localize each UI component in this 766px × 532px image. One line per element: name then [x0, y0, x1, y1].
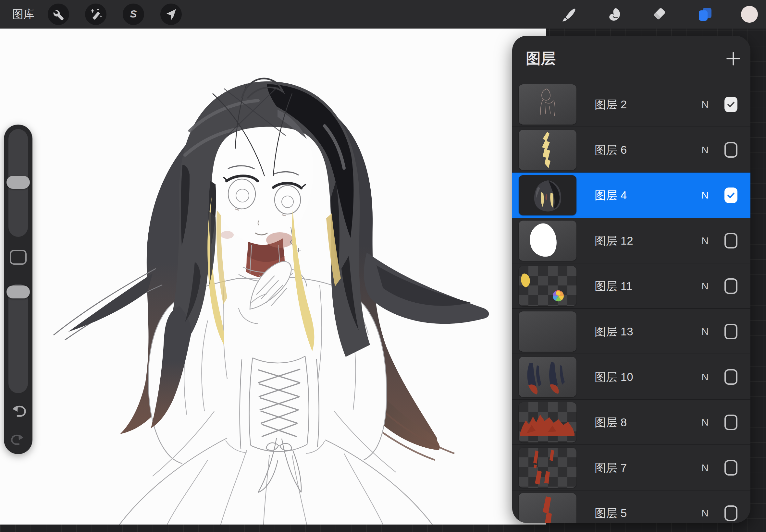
actions-button[interactable] [48, 4, 69, 25]
add-layer-button[interactable] [724, 50, 742, 67]
brush-icon[interactable] [561, 6, 577, 22]
layer-thumbnail[interactable] [519, 311, 577, 352]
layer-row[interactable]: 图层 13 N [512, 309, 750, 354]
magic-wand-icon [88, 6, 103, 22]
layers-panel-title: 图层 [526, 36, 556, 82]
layer-thumbnail[interactable] [519, 221, 577, 261]
layer-name: 图层 7 [595, 445, 627, 490]
redo-icon[interactable] [10, 431, 26, 447]
blend-mode-button[interactable]: N [694, 445, 716, 490]
visibility-checkbox[interactable] [724, 278, 737, 294]
blend-mode-button[interactable]: N [694, 127, 716, 173]
blend-mode-button[interactable]: N [694, 309, 716, 354]
layers-panel-header: 图层 [512, 36, 750, 82]
color-swatch[interactable] [741, 6, 758, 23]
visibility-checkbox[interactable] [724, 187, 737, 203]
layer-row[interactable]: 图层 10 N [512, 354, 750, 400]
layer-row[interactable]: 图层 8 N [512, 400, 750, 445]
adjustments-button[interactable] [85, 4, 106, 25]
visibility-checkbox[interactable] [724, 97, 737, 112]
blend-mode-button[interactable]: N [694, 490, 716, 523]
layer-name: 图层 13 [595, 309, 633, 354]
layer-name: 图层 8 [595, 400, 627, 445]
layer-row[interactable]: 图层 5 N [512, 490, 750, 523]
eraser-icon[interactable] [651, 6, 667, 22]
layer-thumbnail[interactable] [519, 448, 577, 488]
layer-thumbnail[interactable] [519, 266, 577, 306]
top-toolbar: 图库 S [0, 0, 766, 29]
wrench-icon [51, 6, 66, 22]
layer-name: 图层 2 [595, 82, 627, 127]
layer-thumbnail[interactable] [519, 493, 577, 523]
visibility-checkbox[interactable] [724, 142, 737, 158]
layer-thumbnail[interactable] [519, 357, 577, 397]
svg-text:S: S [130, 8, 137, 20]
canvas-artwork [0, 29, 546, 525]
visibility-checkbox[interactable] [724, 415, 737, 430]
layer-name: 图层 12 [595, 218, 633, 263]
layer-name: 图层 10 [595, 354, 633, 400]
opacity-slider[interactable] [8, 284, 28, 393]
layer-thumbnail[interactable] [519, 130, 577, 170]
blend-mode-button[interactable]: N [694, 82, 716, 127]
smudge-finger-icon[interactable] [606, 6, 622, 22]
gallery-button[interactable]: 图库 [12, 0, 34, 29]
blend-mode-button[interactable]: N [694, 354, 716, 400]
modify-button[interactable] [10, 250, 27, 265]
visibility-checkbox[interactable] [724, 460, 737, 476]
blend-mode-button[interactable]: N [694, 263, 716, 309]
transform-arrow-icon [163, 6, 179, 22]
drawing-canvas[interactable] [0, 29, 546, 525]
undo-icon[interactable] [10, 402, 27, 419]
visibility-checkbox[interactable] [724, 369, 737, 385]
blend-mode-button[interactable]: N [694, 218, 716, 263]
check-icon [726, 190, 736, 200]
brush-size-slider[interactable] [8, 129, 28, 237]
visibility-checkbox[interactable] [724, 505, 737, 521]
layer-list: 图层 2 N 图层 6 N 图层 4 N 图层 12 N [512, 82, 750, 523]
layer-row[interactable]: 图层 7 N [512, 445, 750, 490]
side-toolbar [4, 125, 32, 454]
selection-s-icon: S [126, 6, 141, 22]
transform-button[interactable] [160, 4, 182, 25]
layer-name: 图层 5 [595, 490, 627, 523]
layer-name: 图层 4 [595, 173, 627, 218]
layers-icon[interactable] [697, 6, 713, 22]
check-icon [726, 100, 736, 109]
layer-row[interactable]: 图层 6 N [512, 127, 750, 173]
selection-button[interactable]: S [123, 4, 144, 25]
layer-name: 图层 6 [595, 127, 627, 173]
brush-size-handle[interactable] [6, 176, 30, 189]
layer-row[interactable]: 图层 12 N [512, 218, 750, 263]
layer-thumbnail[interactable] [519, 402, 577, 442]
blend-mode-button[interactable]: N [694, 173, 716, 218]
layer-name: 图层 11 [595, 263, 632, 309]
layer-thumbnail[interactable] [519, 84, 577, 125]
layer-row[interactable]: 图层 4 N [512, 173, 750, 218]
opacity-handle[interactable] [6, 285, 30, 298]
visibility-checkbox[interactable] [724, 324, 737, 339]
visibility-checkbox[interactable] [724, 233, 737, 248]
layers-panel: 图层 图层 2 N 图层 6 N 图层 4 N [512, 36, 750, 523]
layer-row[interactable]: 图层 11 N [512, 263, 750, 309]
layer-row[interactable]: 图层 2 N [512, 82, 750, 127]
procreate-workspace: 图库 S [0, 0, 766, 532]
layer-thumbnail[interactable] [519, 175, 577, 215]
blend-mode-button[interactable]: N [694, 400, 716, 445]
